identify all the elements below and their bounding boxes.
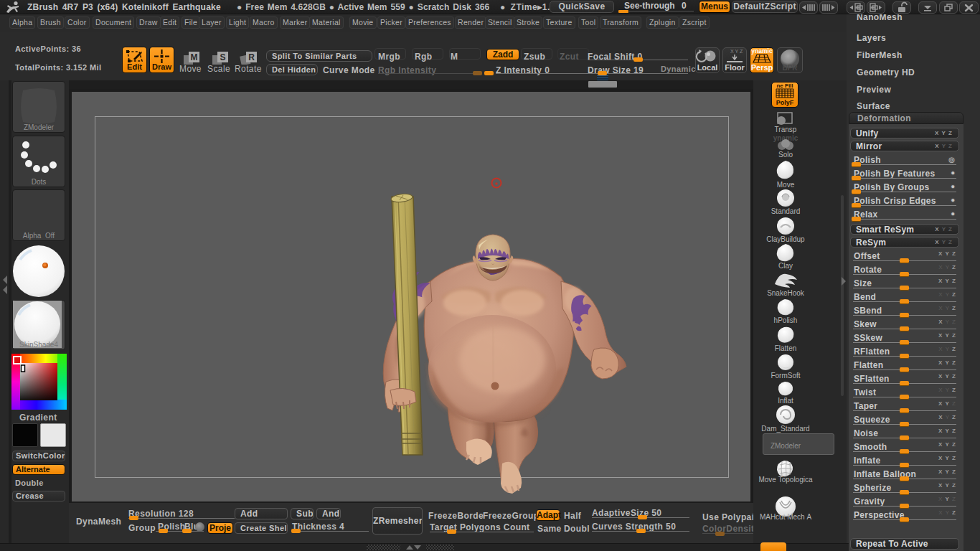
svg-text:X Y Z: X Y Z: [730, 49, 743, 54]
svg-text:ynamic: ynamic: [751, 47, 773, 55]
svg-text:ne Fill: ne Fill: [776, 83, 793, 89]
svg-text:PolyF: PolyF: [776, 99, 794, 106]
svg-text:R: R: [248, 52, 255, 62]
svg-text:S: S: [220, 52, 225, 62]
svg-text:M: M: [191, 52, 198, 62]
svg-text:BPR: BPR: [782, 64, 798, 72]
